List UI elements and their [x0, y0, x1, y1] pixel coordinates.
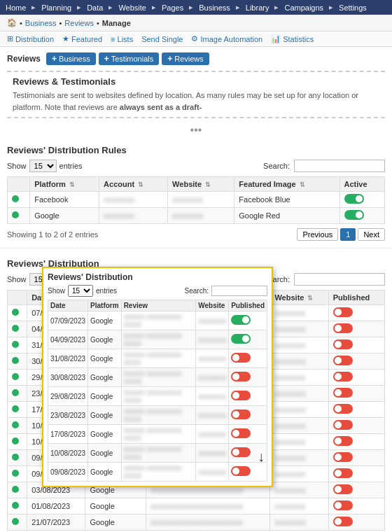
subnav-statistics[interactable]: 📊 Statistics: [271, 34, 314, 43]
rules-show-select[interactable]: 15: [29, 160, 57, 172]
row-review: xxxxxx xxxxxxxxxx xxxxx: [121, 330, 196, 349]
subnav-distribution[interactable]: ⊞ Distribution: [7, 34, 54, 43]
nav-campaigns[interactable]: Campaigns: [284, 4, 323, 12]
dist-col-website[interactable]: Website ⇅: [270, 290, 328, 305]
dist-col-dot: [8, 290, 27, 305]
subnav-lists[interactable]: ≡ Lists: [111, 35, 133, 43]
rules-pagination-btns: Previous 1 Next: [297, 228, 385, 241]
dist-col-published[interactable]: Published: [328, 290, 384, 305]
distribution-icon: ⊞: [7, 34, 13, 43]
desc-text: Testimonials are sent to websites define…: [13, 90, 379, 113]
row-website: xxxxxxxx: [270, 450, 328, 466]
pills-section: Reviews + Business + Testimonials + Revi…: [0, 47, 392, 68]
nav-home[interactable]: Home: [6, 4, 26, 12]
rules-show-label: Show: [7, 162, 27, 170]
pill-reviews[interactable]: + Reviews: [162, 52, 209, 65]
rules-entries-label: entries: [59, 162, 83, 170]
stats-icon: 📊: [271, 34, 281, 43]
nav-data[interactable]: Data: [87, 4, 103, 12]
row-review: xxxxxx xxxxxxxxxx xxxxx: [121, 406, 196, 425]
breadcrumb-current: Manage: [102, 19, 131, 27]
nav-website[interactable]: Website: [118, 4, 146, 12]
overlay-show-select[interactable]: 15: [68, 285, 93, 297]
row-website: xxxxxxxx: [196, 368, 229, 387]
rules-col-platform[interactable]: Platform ⇅: [30, 177, 99, 192]
table-row: 01/08/2023 Google xxxxxxxxxxxxxxxxxxxxxx…: [8, 498, 385, 514]
row-review: xxxxxx xxxxxxxxxx xxxxx: [121, 463, 196, 482]
nav-planning[interactable]: Planning: [41, 4, 71, 12]
table-row: 04/09/2023 Google xxxxxx xxxxxxxxxx xxxx…: [48, 330, 267, 349]
sub-nav: ⊞ Distribution ★ Featured ≡ Lists Send S…: [0, 31, 392, 47]
overlay-title: Reviews' Distribution: [48, 272, 267, 282]
table-row: 21/07/2023 Google xxxxxxxxxxxxxxxxxxxxxx…: [8, 514, 385, 531]
row-published: [328, 354, 384, 370]
nav-settings[interactable]: Settings: [339, 4, 367, 12]
distribution-rules-title: Reviews' Distribution Rules: [7, 145, 385, 155]
row-review: xxxxxx xxxxxxxxxx xxxxx: [121, 312, 196, 330]
nav-library[interactable]: Library: [246, 4, 270, 12]
row-date: 04/09/2023: [48, 330, 88, 349]
row-dot: [8, 337, 27, 354]
row-published: [328, 482, 384, 498]
row-dot: [8, 514, 27, 531]
plus-icon2: +: [104, 54, 109, 64]
row-platform: Google: [88, 312, 122, 330]
overlay-popup: Reviews' Distribution Show 15 entries Se…: [42, 267, 273, 487]
description-box: Reviews & Testimonials Testimonials are …: [7, 71, 385, 118]
pill-business[interactable]: + Business: [46, 52, 96, 65]
row-website: xxxxxxxx: [196, 444, 229, 463]
dist-search-input[interactable]: [294, 273, 385, 286]
subnav-send-single[interactable]: Send Single: [141, 35, 183, 43]
row-date: 31/08/2023: [48, 349, 88, 368]
row-dot: [8, 450, 27, 466]
row-dot: [8, 208, 30, 224]
subnav-image-automation[interactable]: ⚙ Image Automation: [191, 34, 262, 43]
rules-col-website[interactable]: Website ⇅: [168, 177, 234, 192]
row-dot: [8, 498, 27, 514]
rules-col-featured[interactable]: Featured Image ⇅: [234, 177, 340, 192]
row-date: 09/08/2023: [48, 463, 88, 482]
row-platform: Google: [88, 368, 122, 387]
row-dot: [8, 418, 27, 434]
pill-testimonials-label: Testimonials: [111, 55, 154, 63]
row-dot: [8, 354, 27, 370]
row-website: xxxxxxxx: [196, 425, 229, 444]
rules-col-active[interactable]: Active: [340, 177, 384, 192]
row-platform: Google: [88, 463, 122, 482]
rules-page-1[interactable]: 1: [340, 228, 356, 241]
rules-showing-text: Showing 1 to 2 of 2 entries: [7, 230, 98, 239]
row-platform: Google: [88, 387, 122, 406]
rules-search-input[interactable]: [294, 160, 385, 172]
nav-business[interactable]: Business: [199, 4, 230, 12]
breadcrumb-sep3: •: [97, 19, 99, 27]
row-published: [328, 370, 384, 386]
table-row: 31/08/2023 Google xxxxxx xxxxxxxxxx xxxx…: [48, 349, 267, 368]
rules-col-account[interactable]: Account ⇅: [99, 177, 168, 192]
table-row: Facebook xxxxxxxx xxxxxxxx Facebook Blue: [8, 192, 385, 208]
row-dot: [8, 386, 27, 402]
desc-title: Reviews & Testimonials: [13, 76, 379, 87]
breadcrumb-reviews[interactable]: Reviews: [64, 19, 94, 27]
row-review: xxxxxx xxxxxxxxxx xxxxx: [121, 368, 196, 387]
distribution-rules-section: Reviews' Distribution Rules Show 15 entr…: [0, 139, 392, 244]
table-row: 17/08/2023 Google xxxxxx xxxxxxxxxx xxxx…: [48, 425, 267, 444]
row-published: [328, 466, 384, 482]
nav-pages[interactable]: Pages: [162, 4, 183, 12]
row-account: xxxxxxxx: [99, 208, 168, 224]
table-row: 10/08/2023 Google xxxxxx xxxxxxxxxx xxxx…: [48, 444, 267, 463]
row-published: [328, 514, 384, 531]
row-date: 01/08/2023: [27, 498, 85, 514]
overlay-search-input[interactable]: [211, 286, 267, 296]
overlay-show-label: Show: [48, 287, 65, 295]
rules-next-btn[interactable]: Next: [358, 228, 385, 241]
row-date: 07/09/2023: [48, 312, 88, 330]
breadcrumb-business[interactable]: Business: [25, 19, 57, 27]
rules-prev-btn[interactable]: Previous: [297, 228, 338, 241]
row-website: xxxxxxxx: [270, 434, 328, 450]
pill-testimonials[interactable]: + Testimonials: [99, 52, 160, 65]
row-website: xxxxxxxx: [270, 482, 328, 498]
subnav-featured[interactable]: ★ Featured: [62, 34, 102, 43]
row-website: xxxxxxxx: [270, 386, 328, 402]
row-website: xxxxxxxx: [270, 418, 328, 434]
row-published: [229, 312, 267, 330]
